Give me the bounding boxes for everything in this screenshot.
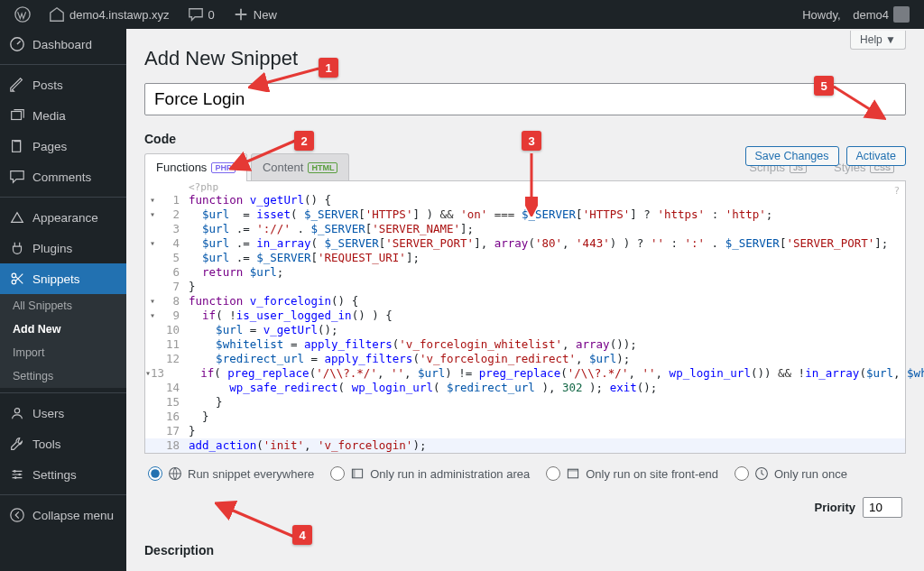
code-line[interactable]: 10 $url = v_getUrl(); [145,323,905,337]
description-heading: Description [144,543,906,557]
php-open-tag: <?php [145,181,905,193]
marker-3: 3 [522,131,541,151]
snippets-submenu: All Snippets Add New Import Settings [0,294,126,388]
scope-front[interactable]: Only run on site front-end [546,466,718,481]
svg-point-4 [12,273,16,278]
globe-icon [168,466,182,481]
user-menu[interactable]: Howdy, demo4 [795,0,917,29]
svg-rect-3 [13,141,21,152]
marker-5: 5 [814,76,834,96]
tab-functions[interactable]: FunctionsPHP [144,153,247,180]
submenu-import[interactable]: Import [0,341,126,364]
code-line[interactable]: 11 $whitelist = apply_filters('v_forcelo… [145,337,905,352]
admin-bar: demo4.instawp.xyz 0 New Howdy, demo4 [0,0,924,29]
activate-button[interactable]: Activate [846,146,906,166]
svg-point-7 [14,470,16,473]
marker-2: 2 [294,131,314,151]
new-link[interactable]: New [226,0,284,29]
front-icon [566,466,580,481]
code-line[interactable]: 14 wp_safe_redirect( wp_login_url( $redi… [145,381,905,395]
menu-collapse[interactable]: Collapse menu [0,500,126,530]
menu-snippets[interactable]: Snippets [0,263,126,294]
code-line[interactable]: ▾2 $url = isset( $_SERVER['HTTPS'] ) && … [145,207,905,222]
svg-point-9 [14,476,17,479]
snippet-title-input[interactable] [144,83,906,115]
menu-tools[interactable]: Tools [0,428,126,459]
code-editor[interactable]: ? <?php ▾1function v_getUrl() {▾2 $url =… [144,181,906,454]
submenu-add-new[interactable]: Add New [0,318,126,341]
svg-rect-15 [568,469,578,471]
page-title: Add New Snippet [144,47,906,70]
menu-users[interactable]: Users [0,398,126,428]
svg-rect-2 [12,112,22,120]
menu-appearance[interactable]: Appearance [0,202,126,233]
svg-point-10 [11,509,23,521]
code-line[interactable]: 15 } [145,395,905,410]
priority-input[interactable] [863,497,902,518]
code-line[interactable]: ▾1function v_getUrl() { [145,193,905,207]
editor-help-icon[interactable]: ? [893,185,900,197]
menu-dashboard[interactable]: Dashboard [0,29,126,60]
comments-link[interactable]: 0 [180,0,222,29]
save-changes-button[interactable]: Save Changes [745,146,839,166]
code-line[interactable]: 3 $url .= '://' . $_SERVER['SERVER_NAME'… [145,222,905,236]
admin-sidebar: Dashboard Posts Media Pages Comments App… [0,29,126,571]
code-line[interactable]: ▾4 $url .= in_array( $_SERVER['SERVER_PO… [145,236,905,251]
once-icon [754,466,769,481]
submenu-settings[interactable]: Settings [0,364,126,388]
code-line[interactable]: 12 $redirect_url = apply_filters('v_forc… [145,352,905,366]
code-line[interactable]: 5 $url .= $_SERVER['REQUEST_URI']; [145,251,905,265]
scope-everywhere[interactable]: Run snippet everywhere [148,466,314,481]
menu-comments[interactable]: Comments [0,161,126,192]
scope-row: Run snippet everywhere Only run in admin… [144,454,906,527]
code-line[interactable]: 7} [145,280,905,294]
marker-4: 4 [292,525,312,545]
code-line[interactable]: ▾8function v_forcelogin() { [145,294,905,309]
tab-content[interactable]: ContentHTML [251,153,350,180]
code-line[interactable]: 18add_action('init', 'v_forcelogin'); [145,438,905,453]
avatar [893,6,910,23]
admin-icon [350,466,365,481]
code-line[interactable]: 16 } [145,410,905,424]
menu-settings[interactable]: Settings [0,459,126,490]
code-line[interactable]: 17} [145,424,905,438]
scope-admin[interactable]: Only run in administration area [330,466,530,481]
scope-once[interactable]: Only run once [735,466,847,481]
svg-rect-13 [353,469,356,478]
submenu-all-snippets[interactable]: All Snippets [0,294,126,318]
menu-media[interactable]: Media [0,100,126,131]
svg-point-5 [12,280,16,284]
code-line[interactable]: ▾13 if( preg_replace('/\\?.*/', '', $url… [145,366,905,381]
menu-plugins[interactable]: Plugins [0,233,126,263]
wp-logo[interactable] [7,0,38,29]
marker-1: 1 [319,58,338,78]
svg-point-6 [14,409,19,413]
priority-label: Priority [814,501,855,514]
site-link[interactable]: demo4.instawp.xyz [42,0,177,29]
code-line[interactable]: 6 return $url; [145,265,905,280]
code-line[interactable]: ▾9 if( !is_user_logged_in() ) { [145,309,905,323]
main-content: Help ▼ Add New Snippet Save Changes Acti… [126,29,924,571]
menu-posts[interactable]: Posts [0,69,126,100]
help-tab[interactable]: Help ▼ [850,31,906,50]
svg-point-8 [18,474,21,476]
menu-pages[interactable]: Pages [0,131,126,161]
site-name: demo4.instawp.xyz [69,8,170,22]
